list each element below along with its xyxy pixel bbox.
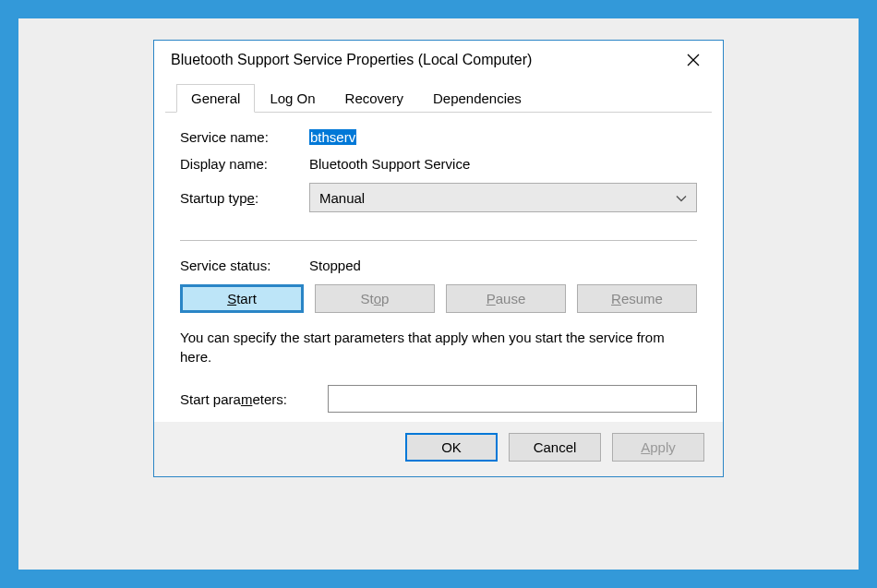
tab-dependencies[interactable]: Dependencies (418, 84, 536, 113)
label-service-name: Service name: (180, 129, 309, 145)
tab-content-general: Service name: bthserv Display name: Blue… (154, 113, 723, 422)
pause-button: Pause (446, 284, 566, 313)
row-startup-type: Startup type: Manual (180, 183, 697, 212)
tab-recovery[interactable]: Recovery (330, 84, 418, 113)
label-start-parameters: Start parameters: (180, 391, 328, 407)
stop-button: Stop (315, 284, 435, 313)
row-start-parameters: Start parameters: (180, 385, 697, 413)
close-button[interactable] (675, 45, 712, 75)
cancel-button[interactable]: Cancel (509, 433, 601, 462)
tab-logon[interactable]: Log On (255, 84, 330, 113)
ok-button[interactable]: OK (405, 433, 498, 462)
helper-text: You can specify the start parameters tha… (180, 328, 697, 366)
close-icon (687, 54, 700, 66)
label-service-status: Service status: (180, 258, 309, 273)
tab-general[interactable]: General (176, 84, 255, 113)
resume-button: Resume (577, 284, 697, 313)
label-startup-type: Startup type: (180, 190, 309, 206)
outer-frame: Bluetooth Support Service Properties (Lo… (18, 18, 859, 570)
row-display-name: Display name: Bluetooth Support Service (180, 156, 697, 172)
row-service-status: Service status: Stopped (180, 258, 697, 273)
start-button[interactable]: Start (180, 284, 304, 313)
dropdown-startup-type[interactable]: Manual (309, 183, 697, 212)
window-title: Bluetooth Support Service Properties (Lo… (171, 52, 675, 68)
selected-service-name: bthserv (309, 129, 356, 145)
dropdown-value: Manual (319, 190, 365, 206)
value-service-status: Stopped (309, 258, 361, 273)
value-display-name: Bluetooth Support Service (309, 156, 470, 172)
label-display-name: Display name: (180, 156, 309, 172)
separator (180, 240, 697, 241)
apply-button: Apply (612, 433, 704, 462)
tab-strip: General Log On Recovery Dependencies (165, 83, 712, 113)
chevron-down-icon (676, 190, 687, 206)
row-service-name: Service name: bthserv (180, 129, 697, 145)
input-start-parameters[interactable] (328, 385, 697, 413)
dialog-button-bar: OK Cancel Apply (154, 422, 723, 476)
value-service-name[interactable]: bthserv (309, 129, 356, 145)
titlebar: Bluetooth Support Service Properties (Lo… (154, 41, 723, 79)
service-control-buttons: Start Stop Pause Resume (180, 284, 697, 313)
service-properties-dialog: Bluetooth Support Service Properties (Lo… (153, 40, 724, 477)
